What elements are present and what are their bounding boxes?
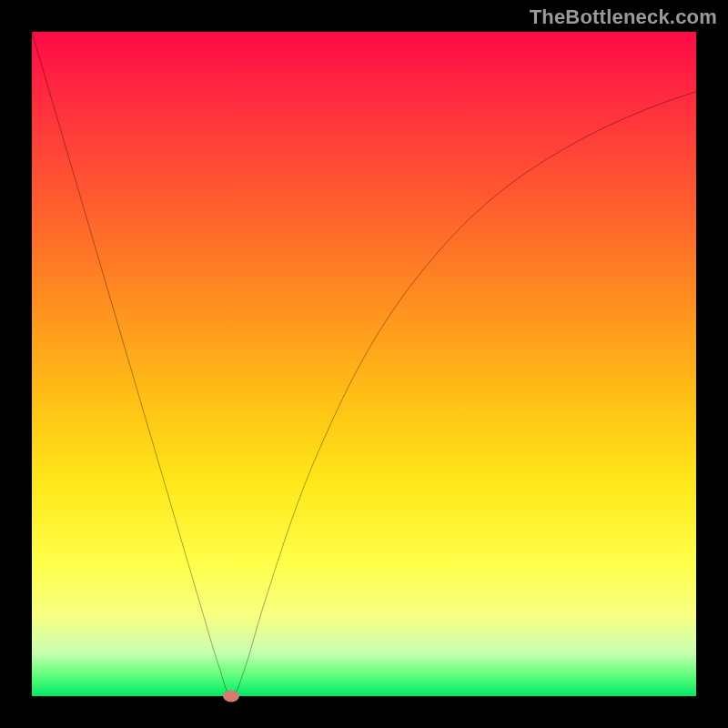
chart-frame: TheBottleneck.com: [0, 0, 728, 728]
plot-area: [32, 32, 696, 696]
bottleneck-curve: [32, 32, 696, 696]
watermark-text: TheBottleneck.com: [530, 5, 717, 29]
minimum-marker: [223, 691, 239, 703]
